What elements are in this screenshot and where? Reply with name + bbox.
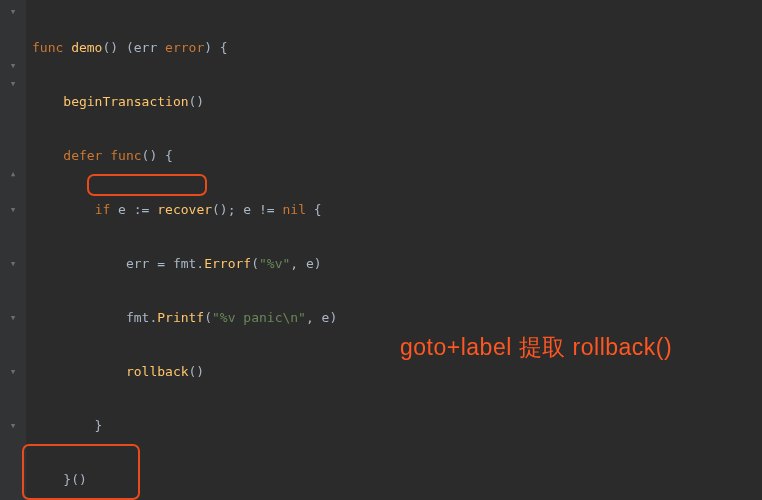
gutter: ▾ ▾ ▾ ▴ ▾ ▾ ▾ ▾ ▾ ▴ xyxy=(0,0,26,500)
fold-mark xyxy=(0,273,26,291)
fold-mark xyxy=(0,93,26,111)
fold-mark[interactable]: ▾ xyxy=(0,201,26,219)
fold-mark xyxy=(0,219,26,237)
code-line: defer func() { xyxy=(32,147,337,165)
fold-mark xyxy=(0,39,26,57)
annotation-text: goto+label 提取 rollback() xyxy=(400,338,672,356)
fold-mark[interactable]: ▾ xyxy=(0,75,26,93)
code-editor[interactable]: ▾ ▾ ▾ ▴ ▾ ▾ ▾ ▾ ▾ ▴ func demo() (err err… xyxy=(0,0,762,500)
fold-mark xyxy=(0,399,26,417)
code-area[interactable]: func demo() (err error) { beginTransacti… xyxy=(26,0,337,500)
fold-mark[interactable]: ▾ xyxy=(0,255,26,273)
fold-mark xyxy=(0,237,26,255)
fold-mark[interactable]: ▾ xyxy=(0,57,26,75)
code-line: beginTransaction() xyxy=(32,93,337,111)
code-line: } xyxy=(32,417,337,435)
fold-mark xyxy=(0,435,26,453)
fold-mark xyxy=(0,291,26,309)
fold-mark xyxy=(0,345,26,363)
code-line: func demo() (err error) { xyxy=(32,39,337,57)
fold-mark xyxy=(0,111,26,129)
fold-mark xyxy=(0,489,26,500)
fold-mark xyxy=(0,471,26,489)
code-line: fmt.Printf("%v panic\n", e) xyxy=(32,309,337,327)
fold-mark[interactable]: ▾ xyxy=(0,363,26,381)
fold-mark xyxy=(0,129,26,147)
code-line: rollback() xyxy=(32,363,337,381)
fold-mark xyxy=(0,453,26,471)
fold-mark xyxy=(0,183,26,201)
fold-mark[interactable]: ▴ xyxy=(0,165,26,183)
fold-mark[interactable]: ▾ xyxy=(0,417,26,435)
fold-mark xyxy=(0,147,26,165)
code-line: err = fmt.Errorf("%v", e) xyxy=(32,255,337,273)
code-line: if e := recover(); e != nil { xyxy=(32,201,337,219)
code-line: }() xyxy=(32,471,337,489)
fold-mark[interactable]: ▾ xyxy=(0,309,26,327)
fold-mark xyxy=(0,381,26,399)
fold-mark xyxy=(0,21,26,39)
fold-mark xyxy=(0,327,26,345)
fold-mark[interactable]: ▾ xyxy=(0,3,26,21)
